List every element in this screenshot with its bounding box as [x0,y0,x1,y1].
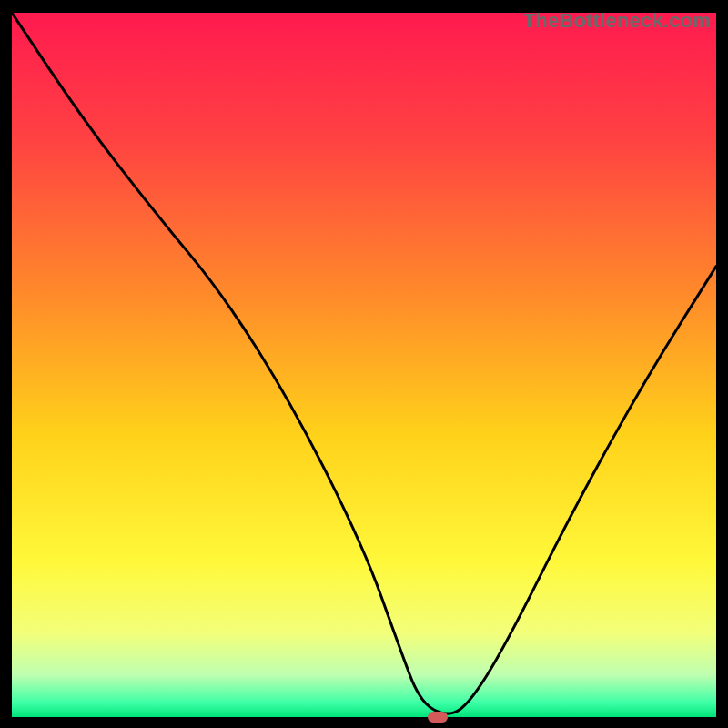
svg-rect-0 [12,13,716,717]
optimal-marker [428,712,448,723]
chart-frame: TheBottleneck.com [12,13,716,717]
attribution-text: TheBottleneck.com [523,9,711,33]
gradient-background [12,13,716,717]
